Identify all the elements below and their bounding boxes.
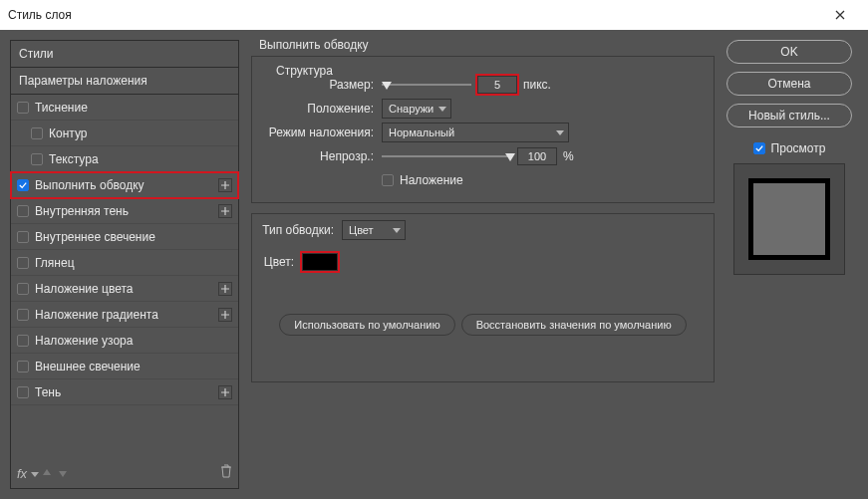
structure-inner: Структура Размер: пикс. Положение: Снару… — [262, 73, 704, 192]
add-effect-icon[interactable] — [218, 308, 232, 322]
size-input[interactable] — [477, 76, 517, 94]
size-slider[interactable] — [382, 84, 471, 86]
effect-label: Текстура — [49, 152, 99, 166]
sidebar-item[interactable]: Наложение градиента — [11, 302, 238, 328]
sidebar-item[interactable]: Текстура — [11, 146, 238, 172]
chevron-down-icon — [438, 107, 446, 112]
fx-caret-icon — [31, 464, 39, 482]
chevron-down-icon — [393, 228, 401, 233]
overprint-label: Наложение — [400, 173, 463, 187]
position-select[interactable]: Снаружи — [382, 99, 451, 119]
check-icon — [755, 144, 763, 152]
cancel-button[interactable]: Отмена — [726, 72, 852, 96]
effect-checkbox[interactable] — [17, 231, 29, 243]
blend-select[interactable]: Нормальный — [382, 123, 569, 142]
effect-checkbox[interactable] — [17, 102, 29, 114]
opacity-input[interactable] — [517, 147, 557, 165]
position-label: Положение: — [262, 102, 382, 116]
ok-button[interactable]: OK — [726, 40, 852, 64]
blend-label: Режим наложения: — [262, 125, 382, 139]
new-style-button[interactable]: Новый стиль... — [726, 104, 852, 127]
effect-checkbox[interactable] — [31, 127, 43, 139]
effect-checkbox[interactable] — [17, 361, 29, 373]
stroke-type-label: Тип обводки: — [262, 223, 342, 237]
sidebar-item[interactable]: Внешнее свечение — [11, 354, 238, 379]
effect-checkbox[interactable] — [17, 335, 29, 347]
structure-group: Структура Размер: пикс. Положение: Снару… — [251, 56, 715, 203]
layer-style-dialog: Стиль слоя Стили Параметры наложения Тис… — [0, 0, 868, 499]
opacity-unit: % — [563, 149, 574, 163]
size-unit: пикс. — [523, 78, 551, 92]
sidebar-item[interactable]: Внутренняя тень — [11, 198, 238, 224]
move-up-icon[interactable] — [42, 464, 52, 482]
preview-checkbox[interactable] — [753, 142, 765, 154]
structure-title: Структура — [272, 64, 337, 78]
chevron-down-icon — [556, 130, 564, 135]
color-label: Цвет: — [262, 255, 302, 269]
effect-label: Глянец — [35, 256, 75, 270]
effect-checkbox[interactable] — [17, 283, 29, 295]
effect-checkbox[interactable] — [17, 179, 29, 191]
effect-label: Внешнее свечение — [35, 360, 141, 374]
add-effect-icon[interactable] — [218, 204, 232, 218]
window-title: Стиль слоя — [8, 8, 820, 22]
make-default-button[interactable]: Использовать по умолчанию — [279, 314, 454, 336]
move-down-icon[interactable] — [58, 464, 68, 482]
main-panel: Выполнить обводку Структура Размер: пикс… — [247, 30, 719, 499]
effects-list: ТиснениеКонтурТекстураВыполнить обводкуВ… — [11, 95, 238, 405]
effect-label: Наложение градиента — [35, 308, 158, 322]
stroke-type-group: Тип обводки: Цвет Цвет: Использовать по … — [251, 213, 715, 382]
effect-label: Внутреннее свечение — [35, 230, 155, 244]
effect-label: Контур — [49, 126, 87, 140]
effect-label: Внутренняя тень — [35, 204, 129, 218]
close-icon — [835, 10, 845, 20]
sidebar-styles-heading[interactable]: Стили — [11, 41, 238, 68]
sidebar-item[interactable]: Выполнить обводку — [11, 172, 238, 198]
fx-menu-button[interactable]: fx — [17, 466, 27, 481]
effect-label: Наложение цвета — [35, 282, 133, 296]
sidebar-item[interactable]: Наложение цвета — [11, 276, 238, 302]
opacity-label: Непрозр.: — [262, 149, 382, 163]
preview-thumbnail — [733, 163, 845, 275]
effect-checkbox[interactable] — [31, 153, 43, 165]
size-label: Размер: — [262, 78, 382, 92]
preview-swatch — [753, 183, 825, 255]
effect-label: Тень — [35, 385, 61, 399]
add-effect-icon[interactable] — [218, 385, 232, 399]
trash-icon[interactable] — [220, 464, 232, 482]
color-swatch[interactable] — [302, 253, 338, 271]
sidebar-item[interactable]: Глянец — [11, 250, 238, 276]
sidebar: Стили Параметры наложения ТиснениеКонтур… — [10, 40, 239, 489]
panel-title: Выполнить обводку — [259, 38, 715, 52]
content: Стили Параметры наложения ТиснениеКонтур… — [0, 30, 868, 499]
sidebar-item[interactable]: Тень — [11, 379, 238, 405]
stroke-type-select[interactable]: Цвет — [342, 220, 406, 240]
right-pane: OK Отмена Новый стиль... Просмотр — [719, 30, 868, 499]
sidebar-footer: fx — [11, 458, 238, 488]
effect-checkbox[interactable] — [17, 257, 29, 269]
effect-checkbox[interactable] — [17, 205, 29, 217]
reset-default-button[interactable]: Восстановить значения по умолчанию — [461, 314, 687, 336]
sidebar-blending-heading[interactable]: Параметры наложения — [11, 68, 238, 95]
effect-label: Тиснение — [35, 101, 88, 115]
preview-label: Просмотр — [771, 141, 826, 155]
sidebar-item[interactable]: Тиснение — [11, 95, 238, 121]
close-button[interactable] — [820, 0, 860, 30]
effect-checkbox[interactable] — [17, 309, 29, 321]
overprint-checkbox[interactable] — [382, 174, 394, 186]
titlebar: Стиль слоя — [0, 0, 868, 30]
opacity-slider[interactable] — [382, 155, 511, 157]
effect-label: Выполнить обводку — [35, 178, 145, 192]
sidebar-item[interactable]: Внутреннее свечение — [11, 224, 238, 250]
add-effect-icon[interactable] — [218, 282, 232, 296]
effect-label: Наложение узора — [35, 334, 133, 348]
sidebar-item[interactable]: Контур — [11, 121, 238, 146]
effect-checkbox[interactable] — [17, 386, 29, 398]
sidebar-item[interactable]: Наложение узора — [11, 328, 238, 354]
add-effect-icon[interactable] — [218, 178, 232, 192]
